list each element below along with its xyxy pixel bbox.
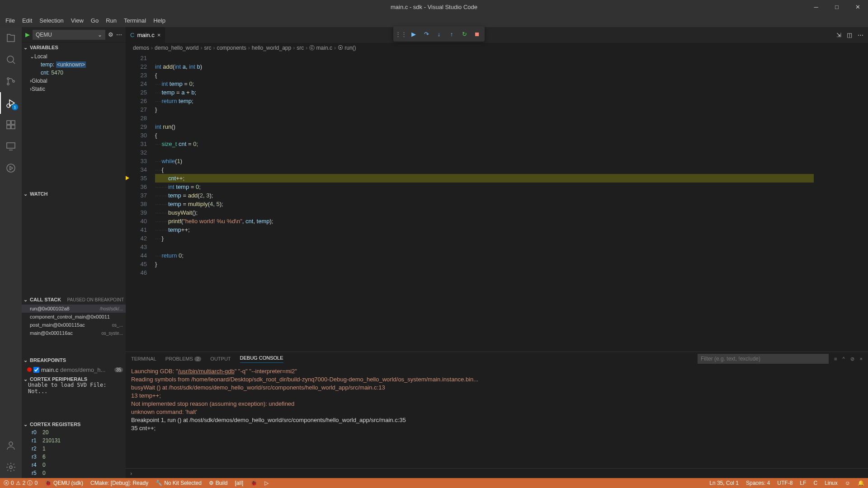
register-row[interactable]: r020 [22, 429, 126, 437]
scope-static[interactable]: ›Static [22, 85, 126, 93]
register-row[interactable]: r40 [22, 462, 126, 470]
variables-header[interactable]: ⌄VARIABLES [22, 42, 126, 52]
menu-file[interactable]: File [2, 14, 19, 27]
clear-icon[interactable]: ⊘ [850, 356, 854, 362]
testing-icon[interactable] [0, 157, 22, 179]
maximize-icon[interactable]: □ [826, 0, 847, 14]
scope-global[interactable]: ›Global [22, 77, 126, 85]
breakpoint-checkbox[interactable] [33, 367, 39, 373]
status-encoding[interactable]: UTF-8 [774, 480, 796, 486]
watch-header[interactable]: ⌄WATCH [22, 189, 126, 199]
panel-output[interactable]: OUTPUT [210, 356, 231, 361]
step-into-icon[interactable]: ↓ [433, 28, 445, 40]
breadcrumb-item[interactable]: demos [133, 45, 149, 51]
compare-icon[interactable]: ⇲ [836, 32, 841, 38]
breadcrumb-item[interactable]: components [217, 45, 246, 51]
explorer-icon[interactable] [0, 27, 22, 49]
status-feedback-icon[interactable]: ☺ [841, 480, 854, 486]
remote-icon[interactable] [0, 136, 22, 157]
drag-handle-icon[interactable]: ⋮⋮ [395, 28, 407, 40]
panel-debug-console[interactable]: DEBUG CONSOLE [240, 355, 283, 363]
close-panel-icon[interactable]: × [860, 356, 863, 361]
breakpoints-header[interactable]: ⌄BREAKPOINTS [22, 355, 126, 365]
search-icon[interactable] [0, 49, 22, 70]
menu-selection[interactable]: Selection [36, 14, 67, 27]
panel-problems[interactable]: PROBLEMS2 [165, 356, 202, 361]
wrap-icon[interactable]: ≡ [834, 356, 837, 361]
console-filter-input[interactable] [698, 354, 829, 364]
debug-toolbar[interactable]: ⋮⋮ ▶ ↷ ↓ ↑ ↻ ⏹ [393, 26, 485, 42]
minimap[interactable] [814, 53, 868, 352]
status-bell-icon[interactable]: 🔔 [854, 480, 868, 486]
debug-console-output[interactable]: Launching GDB: "/usr/bin/multiarch-gdb" … [126, 366, 868, 468]
breadcrumb-item[interactable]: ⦿ run() [338, 45, 356, 51]
gear-icon[interactable]: ⚙ [108, 31, 113, 38]
breadcrumb-item[interactable]: src [297, 45, 304, 51]
status-qemu[interactable]: 🐞 QEMU (sdk) [41, 478, 87, 488]
status-kit[interactable]: 🔧 No Kit Selected [152, 478, 205, 488]
register-row[interactable]: r1210131 [22, 437, 126, 446]
more-icon[interactable]: ⋯ [116, 31, 122, 38]
stop-icon[interactable]: ⏹ [471, 28, 483, 40]
breadcrumb-item[interactable]: hello_world_app [252, 45, 291, 51]
callstack-header[interactable]: ⌄CALL STACKPAUSED ON BREAKPOINT [22, 295, 126, 305]
editor-tabs: C main.c × ⇲ ◫ ⋯ [126, 27, 868, 43]
breakpoint-item[interactable]: main.c demos/demo_h... 35 [22, 365, 126, 374]
callstack-frame[interactable]: run@0x000102a8/host/sdk/... [22, 305, 126, 313]
menu-edit[interactable]: Edit [19, 14, 36, 27]
tab-main-c[interactable]: C main.c × [126, 27, 165, 43]
var-temp[interactable]: temp:<unknown> [22, 61, 126, 69]
source-control-icon[interactable] [0, 70, 22, 92]
tab-close-icon[interactable]: × [157, 32, 161, 38]
extensions-icon[interactable] [0, 114, 22, 136]
continue-icon[interactable]: ▶ [408, 28, 420, 40]
status-debug-launch[interactable]: 🐞 [247, 478, 261, 488]
debug-config-select[interactable]: QEMU⌄ [33, 30, 105, 40]
close-icon[interactable]: ✕ [847, 0, 868, 14]
menu-terminal[interactable]: Terminal [120, 14, 150, 27]
register-row[interactable]: r36 [22, 454, 126, 462]
cortex-registers-header[interactable]: ⌄CORTEX REGISTERS [22, 419, 126, 429]
panel-terminal[interactable]: TERMINAL [131, 356, 156, 361]
breadcrumb-item[interactable]: ⓒ main.c [309, 44, 332, 52]
callstack-frame[interactable]: main@0x000116acos_syste... [22, 329, 126, 337]
var-cnt[interactable]: cnt:5470 [22, 69, 126, 77]
status-spaces[interactable]: Spaces: 4 [742, 480, 774, 486]
debug-console-input[interactable]: › [126, 468, 868, 478]
breadcrumbs[interactable]: demos›demo_hello_world›src›components›he… [126, 43, 868, 53]
menu-go[interactable]: Go [87, 14, 102, 27]
minimize-icon[interactable]: ─ [806, 0, 826, 14]
callstack-frame[interactable]: component_control_main@0x00011 [22, 313, 126, 321]
editor-body[interactable]: 2122232425262728293031323334353637383940… [126, 53, 868, 352]
callstack-frame[interactable]: post_main@0x000115acos_... [22, 321, 126, 329]
menu-view[interactable]: View [67, 14, 87, 27]
account-icon[interactable] [0, 435, 22, 456]
code[interactable]: int add(int a, int b){····int temp = 0;·… [155, 53, 814, 352]
chevron-up-icon[interactable]: ^ [842, 356, 844, 361]
status-target[interactable]: [all] [231, 478, 247, 488]
menu-bar: File Edit Selection View Go Run Terminal… [0, 14, 868, 27]
status-build[interactable]: ⚙ Build [205, 478, 231, 488]
status-run-launch[interactable]: ▷ [261, 478, 272, 488]
scope-local[interactable]: ⌄Local [22, 52, 126, 61]
register-row[interactable]: r50 [22, 470, 126, 478]
split-editor-icon[interactable]: ◫ [847, 32, 852, 38]
run-debug-icon[interactable]: 1 [0, 92, 22, 114]
status-cmake[interactable]: CMake: [Debug]: Ready [87, 478, 152, 488]
status-lang[interactable]: C [810, 480, 821, 486]
status-eol[interactable]: LF [796, 480, 810, 486]
breadcrumb-item[interactable]: src [204, 45, 211, 51]
start-debug-icon[interactable]: ▶ [25, 31, 30, 38]
menu-help[interactable]: Help [150, 14, 169, 27]
register-row[interactable]: r21 [22, 446, 126, 454]
status-os[interactable]: Linux [821, 480, 841, 486]
step-out-icon[interactable]: ↑ [446, 28, 458, 40]
more-actions-icon[interactable]: ⋯ [858, 32, 863, 38]
settings-gear-icon[interactable] [0, 456, 22, 478]
restart-icon[interactable]: ↻ [458, 28, 470, 40]
breadcrumb-item[interactable]: demo_hello_world [155, 45, 198, 51]
menu-run[interactable]: Run [102, 14, 120, 27]
status-errors[interactable]: ⓧ0 ⚠2 ⓘ0 [0, 478, 41, 488]
status-cursor[interactable]: Ln 35, Col 1 [706, 480, 742, 486]
step-over-icon[interactable]: ↷ [420, 28, 432, 40]
